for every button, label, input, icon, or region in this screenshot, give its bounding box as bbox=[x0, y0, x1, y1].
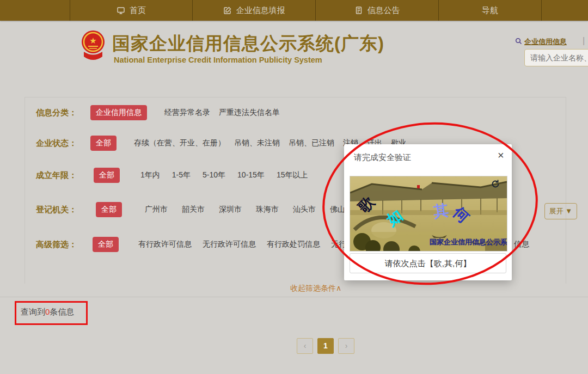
dialog-title: 请完成安全验证 bbox=[354, 152, 411, 163]
captcha-image[interactable]: 歌 如 其 何 国家企业信用信息公示系统 bbox=[350, 176, 507, 252]
search-icon bbox=[515, 38, 522, 46]
captcha-char-qi[interactable]: 其 bbox=[432, 203, 450, 220]
header-link-separator: | bbox=[583, 36, 585, 46]
pagination-next-button[interactable]: › bbox=[338, 338, 354, 354]
filter-label: 信息分类： bbox=[36, 108, 82, 118]
filter-option[interactable]: 汕头市 bbox=[293, 205, 316, 214]
nav-item-home[interactable]: 首页 bbox=[70, 0, 192, 21]
filter-selected-button[interactable]: 全部 bbox=[90, 136, 117, 151]
page: 首页 企业信息填报 信息公告 导航 ★ 国家企业信用信息公示系统(广东) Nat… bbox=[0, 0, 588, 374]
expand-button[interactable]: 展开 ▼ bbox=[544, 203, 577, 219]
filter-option[interactable]: 1年内 bbox=[140, 170, 160, 180]
document-icon bbox=[354, 6, 363, 15]
pagination-page-1[interactable]: 1 bbox=[317, 338, 334, 354]
filter-option[interactable]: 有行政许可信息 bbox=[138, 240, 192, 249]
filter-selected-button[interactable]: 全部 bbox=[94, 168, 120, 183]
nav-item-navigation[interactable]: 导航 bbox=[438, 0, 541, 21]
captcha-instruction: 请依次点击【歌,其,何】 bbox=[350, 253, 506, 273]
filter-label: 登记机关： bbox=[36, 205, 82, 215]
filter-option[interactable]: 深圳市 bbox=[219, 205, 242, 214]
filter-selected-button[interactable]: 全部 bbox=[96, 202, 122, 217]
nav-item-label: 企业信息填报 bbox=[236, 5, 285, 16]
page-subtitle: National Enterprise Credit Information P… bbox=[114, 56, 322, 64]
nav-item-label: 首页 bbox=[130, 5, 146, 16]
filter-option[interactable]: 广州市 bbox=[145, 205, 168, 214]
enterprise-search-input[interactable] bbox=[524, 49, 588, 66]
filter-row-info-category: 信息分类： 企业信用信息 经营异常名录 严重违法失信名单 bbox=[36, 105, 560, 120]
nav-item-label: 信息公告 bbox=[367, 5, 400, 16]
monitor-icon bbox=[117, 6, 125, 15]
filter-selected-button[interactable]: 企业信用信息 bbox=[90, 105, 147, 120]
result-count-prefix: 查询到 bbox=[21, 307, 45, 316]
filter-option[interactable]: 严重违法失信名单 bbox=[219, 108, 280, 118]
refresh-icon[interactable] bbox=[491, 179, 500, 191]
filter-option[interactable]: 韶关市 bbox=[182, 205, 205, 214]
nav-item-label: 导航 bbox=[482, 5, 498, 16]
collapse-filters-link[interactable]: 收起筛选条件∧ bbox=[290, 284, 341, 293]
nav-spacer bbox=[0, 0, 70, 21]
filter-option[interactable]: 1-5年 bbox=[172, 170, 191, 180]
section-divider bbox=[0, 297, 588, 297]
pagination: ‹ 1 › bbox=[297, 338, 354, 354]
filter-option[interactable]: 有行政处罚信息 bbox=[267, 240, 320, 249]
filter-option[interactable]: 吊销、未注销 bbox=[234, 138, 280, 148]
result-count-suffix: 条信息 bbox=[50, 307, 74, 316]
captcha-dialog: 请完成安全验证 × bbox=[344, 144, 512, 280]
filter-option[interactable]: 10-15年 bbox=[237, 170, 265, 180]
filter-label: 企业状态： bbox=[36, 138, 82, 149]
filter-label: 高级筛选： bbox=[36, 240, 82, 250]
nav-item-announcements[interactable]: 信息公告 bbox=[315, 0, 438, 21]
credit-info-link[interactable]: 企业信用信息 bbox=[515, 37, 567, 47]
filter-label: 成立年限： bbox=[36, 170, 82, 181]
filter-option-partially-hidden[interactable]: 信息 bbox=[514, 240, 529, 249]
filter-option[interactable]: 存续（在营、开业、在册） bbox=[134, 138, 225, 148]
filter-option[interactable]: 15年以上 bbox=[277, 170, 308, 180]
filter-option[interactable]: 吊销、已注销 bbox=[289, 138, 334, 148]
pagination-prev-button[interactable]: ‹ bbox=[297, 338, 313, 354]
svg-text:★: ★ bbox=[89, 36, 96, 45]
nav-item-enterprise-filing[interactable]: 企业信息填报 bbox=[192, 0, 315, 21]
close-icon[interactable]: × bbox=[498, 150, 504, 161]
result-count-text: 查询到0条信息 bbox=[21, 307, 74, 317]
filter-selected-button[interactable]: 全部 bbox=[93, 237, 119, 252]
credit-info-link-label[interactable]: 企业信用信息 bbox=[524, 37, 567, 47]
page-title: 国家企业信用信息公示系统(广东) bbox=[112, 32, 384, 56]
national-emblem-logo: ★ bbox=[80, 29, 106, 63]
nav-spacer-end bbox=[541, 0, 588, 21]
captcha-watermark: 国家企业信用信息公示系统 bbox=[430, 237, 507, 247]
filter-option[interactable]: 无行政许可信息 bbox=[203, 240, 256, 249]
top-nav: 首页 企业信息填报 信息公告 导航 bbox=[0, 0, 588, 21]
filter-option[interactable]: 5-10年 bbox=[203, 170, 225, 180]
edit-icon bbox=[223, 6, 232, 15]
filter-option[interactable]: 珠海市 bbox=[256, 205, 279, 214]
filter-option[interactable]: 经营异常名录 bbox=[164, 108, 210, 118]
